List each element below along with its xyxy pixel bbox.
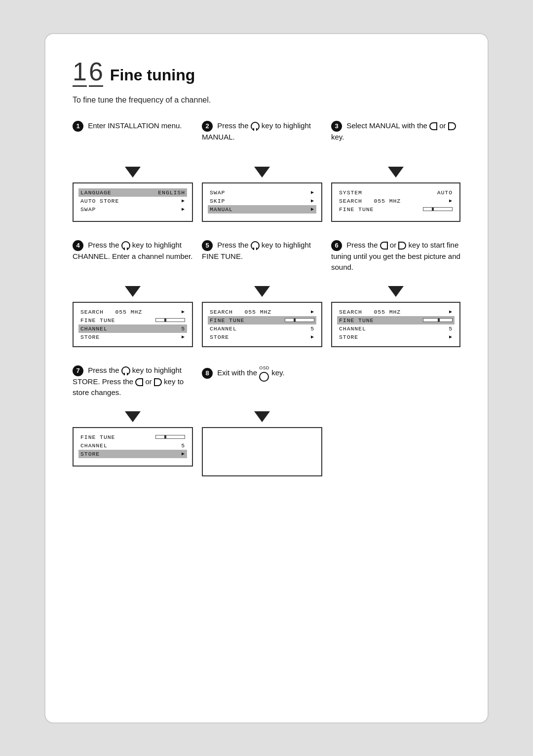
steps-grid: 1 Enter INSTALLATION menu. LANGUAGEENGLI… [73, 120, 460, 494]
menu-row: FINE TUNE [337, 316, 455, 324]
down-key-icon [251, 241, 260, 250]
step-cell-1: 1 Enter INSTALLATION menu. LANGUAGEENGLI… [73, 120, 202, 240]
right-key-icon [398, 242, 406, 250]
menu-row: LANGUAGEENGLISH [78, 188, 187, 197]
step-cell-6: 6 Press the or key to start fine tuning … [331, 240, 460, 365]
menu-row: CHANNEL5 [78, 324, 187, 333]
menu-row: FINE TUNE [80, 316, 185, 324]
down-key-icon [251, 122, 260, 131]
osd-key-icon: OSD [259, 365, 269, 382]
menu-box-3: SYSTEMAUTO SEARCH 055 MHZ▶ FINE TUNE [331, 182, 460, 222]
step-3-instruction: 3 Select MANUAL with the or key. [331, 120, 460, 160]
step-num-1: 1 [73, 59, 87, 87]
menu-row: SKIP▶ [210, 197, 314, 205]
menu-row: SWAP▶ [210, 188, 314, 197]
menu-row: STORE▶ [78, 450, 187, 458]
menu-row: STORE▶ [80, 333, 185, 341]
step-7-instruction: 7 Press the key to highlight STORE. Pres… [73, 365, 193, 404]
menu-row: MANUAL▶ [208, 205, 316, 214]
fine-tune-bar-icon [285, 318, 314, 322]
step-cell-3: 3 Select MANUAL with the or key. SYSTEMA… [331, 120, 460, 240]
menu-row: CHANNEL5 [210, 324, 314, 333]
menu-row: SEARCH 055 MHZ▶ [80, 308, 185, 316]
menu-row: SWAP▶ [80, 205, 185, 214]
step-badge-5: 5 [202, 240, 213, 251]
arrow-7 [73, 411, 193, 422]
step-4-instruction: 4 Press the key to highlight CHANNEL. En… [73, 240, 193, 279]
step-2-instruction: 2 Press the key to highlight MANUAL. [202, 120, 322, 160]
step-cell-5: 5 Press the key to highlight FINE TUNE. … [202, 240, 331, 365]
menu-row: STORE▶ [339, 333, 453, 341]
menu-box-4: SEARCH 055 MHZ▶ FINE TUNE CHANNEL5 STORE… [73, 302, 193, 347]
menu-row: SEARCH 055 MHZ▶ [339, 197, 453, 205]
step-cell-2: 2 Press the key to highlight MANUAL. SWA… [202, 120, 331, 240]
menu-row: SEARCH 055 MHZ▶ [339, 308, 453, 316]
step-badge-8: 8 [202, 368, 213, 379]
menu-row: SEARCH 055 MHZ▶ [210, 308, 314, 316]
menu-row: CHANNEL5 [80, 441, 185, 450]
menu-row: FINE TUNE [80, 433, 185, 441]
menu-box-5: SEARCH 055 MHZ▶ FINE TUNE CHANNEL5 STORE… [202, 302, 322, 347]
menu-row: AUTO STORE▶ [80, 197, 185, 205]
step-badge-7: 7 [73, 365, 83, 376]
fine-tune-bar-icon [155, 318, 185, 322]
step-badge-3: 3 [331, 121, 342, 132]
menu-row: SYSTEMAUTO [339, 188, 453, 197]
fine-tune-bar-icon [423, 207, 453, 211]
step-1-instruction: 1 Enter INSTALLATION menu. [73, 120, 193, 160]
left-key-icon [429, 122, 437, 130]
page-title: Fine tuning [110, 66, 195, 84]
menu-box-7: FINE TUNE CHANNEL5 STORE▶ [73, 427, 193, 467]
step-badge-4: 4 [73, 240, 83, 251]
page-header: 1 6 Fine tuning [73, 59, 460, 87]
step-numbers: 1 6 [73, 59, 103, 87]
menu-box-8 [202, 427, 322, 476]
arrow-3 [331, 167, 460, 178]
step-badge-6: 6 [331, 240, 342, 251]
menu-row: STORE▶ [210, 333, 314, 341]
fine-tune-bar-icon [155, 435, 185, 439]
step-num-2: 6 [89, 59, 103, 87]
menu-row: FINE TUNE [339, 205, 453, 214]
page: 1 6 Fine tuning To fine tune the frequen… [44, 33, 489, 723]
step-badge-2: 2 [202, 121, 213, 132]
step-cell-4: 4 Press the key to highlight CHANNEL. En… [73, 240, 202, 365]
page-subtitle: To fine tune the frequency of a channel. [73, 96, 460, 105]
arrow-5 [202, 286, 322, 297]
step-cell-7: 7 Press the key to highlight STORE. Pres… [73, 365, 202, 494]
step-badge-1: 1 [73, 121, 83, 132]
right-key-icon [448, 122, 456, 130]
arrow-1 [73, 167, 193, 178]
arrow-8 [202, 411, 322, 422]
menu-row: FINE TUNE [208, 316, 316, 324]
step-8-instruction: 8 Exit with the OSD key. [202, 365, 322, 404]
menu-row: CHANNEL5 [339, 324, 453, 333]
menu-box-6: SEARCH 055 MHZ▶ FINE TUNE CHANNEL5 STORE… [331, 302, 460, 347]
menu-box-1: LANGUAGEENGLISH AUTO STORE▶ SWAP▶ [73, 182, 193, 222]
step-6-instruction: 6 Press the or key to start fine tuning … [331, 240, 460, 279]
menu-box-2: SWAP▶ SKIP▶ MANUAL▶ [202, 182, 322, 222]
arrow-2 [202, 167, 322, 178]
left-key-icon [135, 378, 143, 386]
step-cell-8: 8 Exit with the OSD key. [202, 365, 331, 494]
left-key-icon [380, 242, 388, 250]
arrow-4 [73, 286, 193, 297]
step-5-instruction: 5 Press the key to highlight FINE TUNE. [202, 240, 322, 279]
down-key-icon [121, 366, 130, 375]
down-key-icon [121, 241, 130, 250]
right-key-icon [154, 378, 162, 386]
arrow-6 [331, 286, 460, 297]
fine-tune-bar2-icon [423, 318, 453, 322]
